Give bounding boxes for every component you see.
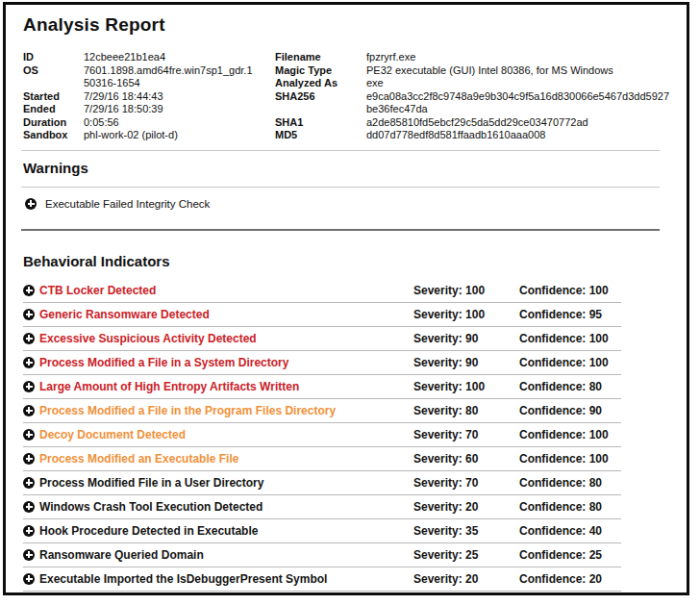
metadata-row: ID 12cbeee21b1ea4 (23, 51, 275, 64)
confidence-cell: Confidence: 100 (519, 332, 621, 345)
metadata-row: OS 7601.1898.amd64fre.win7sp1_gdr.150316… (23, 64, 275, 90)
metadata-row: Sandbox phl-work-02 (pilot-d) (23, 129, 275, 142)
confidence-label: Confidence: (519, 524, 586, 538)
indicator-title: CTB Locker Detected (39, 284, 156, 297)
expand-plus-icon[interactable] (25, 198, 37, 210)
behavioral-indicator-row[interactable]: Ransomware Queried Domain Severity: 25 C… (23, 543, 621, 567)
severity-value: 70 (465, 428, 478, 441)
severity-label: Severity: (413, 356, 462, 369)
expand-plus-icon[interactable] (23, 357, 35, 368)
indicator-title-group[interactable]: Process Modified an Executable File (23, 452, 413, 466)
behavioral-indicator-row[interactable]: Generic Ransomware Detected Severity: 10… (23, 303, 621, 327)
indicator-title-group[interactable]: Ransomware Queried Domain (23, 548, 413, 562)
expand-plus-icon[interactable] (23, 309, 35, 320)
behavioral-indicator-row[interactable]: Process Modified an Executable File Seve… (23, 447, 621, 471)
metadata-row: Ended 7/29/16 18:50:39 (23, 103, 275, 116)
confidence-label: Confidence: (519, 380, 586, 393)
divider-above-warnings (21, 150, 660, 151)
expand-plus-icon[interactable] (23, 525, 35, 537)
severity-cell: Severity: 100 (413, 284, 519, 297)
expand-plus-icon[interactable] (23, 453, 35, 465)
warning-item[interactable]: Executable Failed Integrity Check (25, 188, 671, 220)
confidence-cell: Confidence: 80 (519, 500, 621, 514)
expand-plus-icon[interactable] (23, 381, 35, 392)
severity-value: 35 (465, 524, 478, 538)
severity-label: Severity: (413, 524, 462, 538)
behavioral-indicator-row[interactable]: Large Amount of High Entropy Artifacts W… (23, 375, 621, 399)
metadata-row: Analyzed As exe (275, 77, 671, 90)
behavioral-indicator-row[interactable]: Hook Procedure Detected in Executable Se… (23, 519, 621, 543)
confidence-label: Confidence: (519, 404, 586, 417)
indicator-title-group[interactable]: Process Modified a File in a System Dire… (23, 356, 413, 369)
metadata-row: MD5 dd07d778edf8d581ffaadb1610aaa008 (275, 129, 671, 142)
severity-label: Severity: (413, 332, 462, 345)
confidence-label: Confidence: (519, 308, 586, 321)
metadata-value: 12cbeee21b1ea4 (84, 51, 255, 64)
behavioral-indicators-list: CTB Locker Detected Severity: 100 Confid… (23, 279, 671, 592)
metadata-value: 0:05:56 (84, 116, 255, 130)
severity-label: Severity: (413, 404, 462, 417)
indicator-title-group[interactable]: Excessive Suspicious Activity Detected (23, 332, 413, 345)
confidence-cell: Confidence: 25 (519, 548, 621, 562)
expand-plus-icon[interactable] (23, 501, 35, 513)
severity-label: Severity: (413, 452, 462, 466)
confidence-cell: Confidence: 90 (519, 404, 621, 417)
severity-label: Severity: (413, 380, 462, 393)
behavioral-indicator-row[interactable]: CTB Locker Detected Severity: 100 Confid… (23, 279, 621, 303)
metadata-label: OS (23, 64, 84, 90)
indicator-title-group[interactable]: Process Modified a File in the Program F… (23, 404, 413, 417)
metadata-value: phl-work-02 (pilot-d) (84, 129, 255, 142)
expand-plus-icon[interactable] (23, 405, 35, 416)
metadata-row: SHA256 e9ca08a3cc2f8c9748a9e9b304c9f5a16… (275, 90, 671, 116)
confidence-cell: Confidence: 80 (519, 380, 621, 393)
metadata-row: Magic Type PE32 executable (GUI) Intel 8… (275, 64, 671, 78)
severity-cell: Severity: 90 (413, 332, 519, 345)
severity-label: Severity: (413, 476, 462, 490)
confidence-value: 95 (589, 308, 602, 321)
expand-plus-icon[interactable] (23, 573, 35, 585)
confidence-label: Confidence: (519, 284, 586, 297)
expand-plus-icon[interactable] (23, 333, 35, 344)
severity-label: Severity: (413, 548, 462, 562)
behavioral-indicator-row[interactable]: Decoy Document Detected Severity: 70 Con… (23, 423, 621, 447)
behavioral-indicator-row[interactable]: Process Modified File in a User Director… (23, 471, 621, 495)
metadata-label: Filename (275, 51, 366, 64)
metadata-section: ID 12cbeee21b1ea4 OS 7601.1898.amd64fre.… (23, 51, 671, 142)
page-title: Analysis Report (23, 14, 671, 36)
indicator-title: Decoy Document Detected (39, 428, 186, 441)
behavioral-indicator-row[interactable]: Windows Crash Tool Execution Detected Se… (23, 495, 621, 519)
confidence-cell: Confidence: 20 (519, 572, 621, 586)
confidence-value: 100 (589, 452, 609, 466)
expand-plus-icon[interactable] (23, 549, 35, 561)
confidence-value: 80 (589, 476, 602, 490)
indicator-title: Hook Procedure Detected in Executable (39, 524, 258, 538)
indicator-title-group[interactable]: Hook Procedure Detected in Executable (23, 524, 413, 538)
indicator-title-group[interactable]: Decoy Document Detected (23, 428, 413, 441)
severity-value: 60 (465, 452, 478, 466)
indicator-title: Process Modified a File in the Program F… (39, 404, 336, 417)
expand-plus-icon[interactable] (23, 477, 35, 489)
confidence-cell: Confidence: 80 (519, 476, 621, 490)
behavioral-indicators-heading: Behavioral Indicators (23, 253, 671, 269)
metadata-row: Started 7/29/16 18:44:43 (23, 90, 275, 104)
behavioral-indicator-row[interactable]: Process Modified a File in the Program F… (23, 399, 621, 423)
severity-value: 100 (465, 380, 485, 393)
expand-plus-icon[interactable] (23, 285, 35, 296)
behavioral-indicator-row[interactable]: Executable Imported the IsDebuggerPresen… (23, 567, 621, 592)
indicator-title-group[interactable]: CTB Locker Detected (23, 284, 413, 297)
behavioral-indicator-row[interactable]: Excessive Suspicious Activity Detected S… (23, 327, 621, 351)
severity-cell: Severity: 70 (413, 428, 519, 441)
expand-plus-icon[interactable] (23, 429, 35, 441)
indicator-title-group[interactable]: Windows Crash Tool Execution Detected (23, 500, 413, 514)
indicator-title-group[interactable]: Large Amount of High Entropy Artifacts W… (23, 380, 413, 393)
severity-value: 90 (465, 356, 478, 369)
metadata-label: Duration (23, 116, 84, 130)
indicator-title-group[interactable]: Executable Imported the IsDebuggerPresen… (23, 572, 413, 586)
indicator-title: Process Modified File in a User Director… (39, 476, 263, 490)
indicator-title: Windows Crash Tool Execution Detected (39, 500, 262, 514)
behavioral-indicator-row[interactable]: Process Modified a File in a System Dire… (23, 351, 621, 375)
metadata-value: dd07d778edf8d581ffaadb1610aaa008 (366, 129, 671, 142)
indicator-title-group[interactable]: Process Modified File in a User Director… (23, 476, 413, 490)
indicator-title-group[interactable]: Generic Ransomware Detected (23, 308, 413, 321)
analysis-report-page: Analysis Report ID 12cbeee21b1ea4 OS 760… (3, 2, 689, 595)
